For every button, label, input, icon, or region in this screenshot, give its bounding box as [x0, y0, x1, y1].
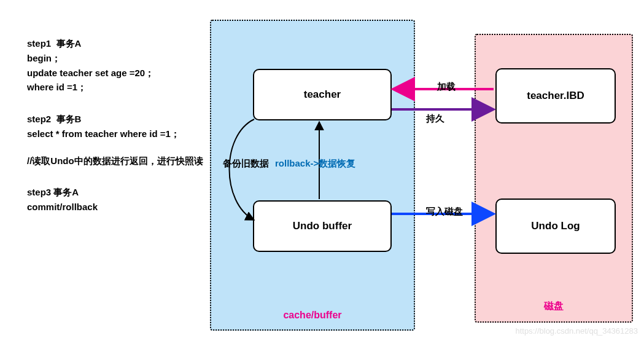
undo-buffer-node: Undo buffer	[253, 200, 392, 252]
edge-rollback-label: rollback->数据恢复	[275, 158, 355, 170]
teacher-ibd-node-label: teacher.IBD	[527, 90, 584, 102]
step3-title: step3 事务A	[27, 186, 211, 199]
cache-region: teacher Undo buffer cache/buffer	[210, 20, 415, 331]
step1-title: step1 事务A	[27, 37, 211, 50]
undo-log-node-label: Undo Log	[531, 220, 580, 232]
undo-buffer-node-label: Undo buffer	[293, 220, 352, 232]
step1-line1: begin；	[27, 52, 211, 65]
edge-write-label: 写入磁盘	[426, 206, 463, 218]
edge-persist-label: 持久	[426, 113, 444, 125]
step2-line1: select * from teacher where id =1；	[27, 127, 211, 141]
step1-line2: update teacher set age =20；	[27, 66, 211, 80]
cache-region-label: cache/buffer	[211, 310, 414, 321]
disk-region-label: 磁盘	[476, 300, 632, 313]
step2-line2: //读取Undo中的数据进行返回，进行快照读	[27, 154, 211, 168]
disk-region: teacher.IBD Undo Log 磁盘	[475, 34, 633, 323]
step2-title: step2 事务B	[27, 112, 211, 126]
edge-backup-label: 备份旧数据	[223, 158, 269, 170]
undo-log-node: Undo Log	[495, 198, 616, 254]
step3-line1: commit/rollback	[27, 200, 211, 214]
teacher-node: teacher	[253, 69, 392, 120]
teacher-ibd-node: teacher.IBD	[495, 68, 616, 124]
teacher-node-label: teacher	[304, 88, 341, 101]
edge-load-label: 加载	[437, 81, 456, 93]
watermark: https://blog.csdn.net/qq_34361283	[516, 326, 638, 336]
step1-line3: where id =1；	[27, 81, 211, 94]
steps-text: step1 事务A begin； update teacher set age …	[27, 37, 211, 215]
